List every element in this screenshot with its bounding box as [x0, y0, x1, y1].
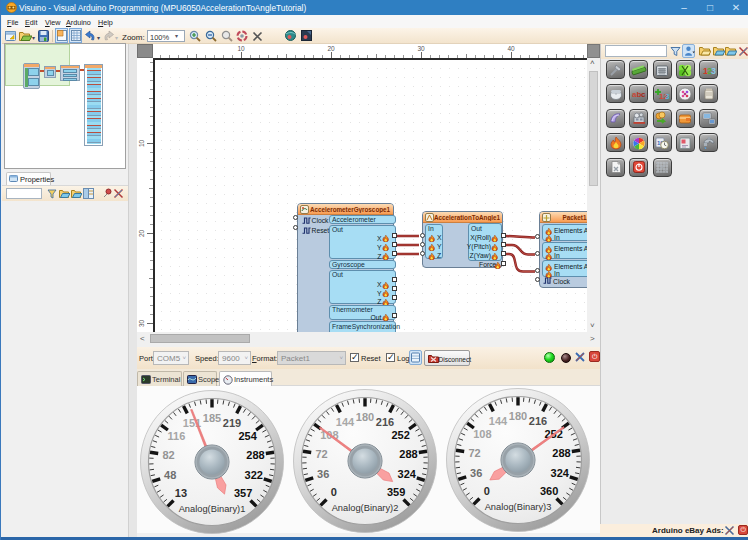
svg-text:288: 288	[246, 449, 264, 461]
svg-text:216: 216	[529, 415, 547, 427]
svg-text:13: 13	[175, 487, 187, 499]
svg-text:254: 254	[238, 430, 257, 442]
svg-text:219: 219	[223, 417, 241, 429]
svg-text:144: 144	[336, 416, 355, 428]
svg-text:36: 36	[317, 468, 329, 480]
svg-text:288: 288	[552, 447, 570, 459]
svg-text:324: 324	[398, 468, 417, 480]
svg-text:180: 180	[356, 411, 374, 423]
svg-text:72: 72	[468, 447, 480, 459]
svg-text:216: 216	[376, 416, 394, 428]
svg-text:288: 288	[399, 448, 417, 460]
svg-text:82: 82	[162, 449, 174, 461]
svg-text:3: 3	[665, 92, 670, 101]
svg-text:c: c	[641, 90, 646, 99]
svg-text:Analog(Binary)1: Analog(Binary)1	[179, 504, 246, 514]
svg-text:3: 3	[711, 66, 716, 76]
svg-text:180: 180	[509, 410, 527, 422]
svg-text:359: 359	[387, 486, 405, 498]
svg-text:252: 252	[391, 429, 409, 441]
svg-text:144: 144	[489, 415, 508, 427]
svg-text:324: 324	[551, 467, 570, 479]
svg-text:36: 36	[470, 467, 482, 479]
svg-text:72: 72	[315, 448, 327, 460]
svg-text:Analog(Binary)3: Analog(Binary)3	[485, 502, 552, 512]
svg-text:0: 0	[484, 485, 490, 497]
svg-text:Analog(Binary)2: Analog(Binary)2	[332, 503, 399, 513]
svg-text:357: 357	[234, 487, 252, 499]
svg-text:116: 116	[168, 430, 186, 442]
svg-text:108: 108	[473, 428, 491, 440]
svg-text:360: 360	[540, 485, 558, 497]
svg-text:322: 322	[245, 469, 263, 481]
svg-text:185: 185	[203, 412, 221, 424]
svg-text:0: 0	[331, 486, 337, 498]
svg-text:48: 48	[164, 469, 176, 481]
